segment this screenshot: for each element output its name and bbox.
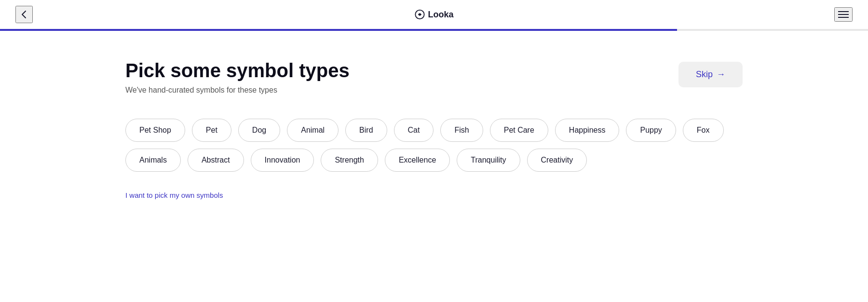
symbol-tag-fox[interactable]: Fox [683,119,724,142]
menu-button[interactable] [834,7,853,22]
symbol-tag-animals[interactable]: Animals [125,149,181,172]
symbol-tag-innovation[interactable]: Innovation [251,149,314,172]
main-content: Pick some symbol types We've hand-curate… [0,31,868,219]
symbol-tag-strength[interactable]: Strength [321,149,378,172]
own-symbols-link[interactable]: I want to pick my own symbols [125,191,223,199]
skip-arrow-icon: → [717,69,725,80]
logo: Looka [414,9,453,20]
header: Looka [0,0,868,29]
symbol-tag-pet-care[interactable]: Pet Care [490,119,548,142]
logo-text: Looka [428,10,453,20]
symbol-tag-animal[interactable]: Animal [287,119,339,142]
symbol-tag-bird[interactable]: Bird [345,119,387,142]
symbol-tag-creativity[interactable]: Creativity [527,149,587,172]
symbol-tag-fish[interactable]: Fish [440,119,483,142]
logo-icon [414,9,425,20]
symbol-tag-puppy[interactable]: Puppy [626,119,676,142]
symbol-tag-cat[interactable]: Cat [394,119,434,142]
symbol-tag-dog[interactable]: Dog [238,119,280,142]
skip-label: Skip [696,69,713,80]
page-title: Pick some symbol types [125,60,350,81]
page-header-row: Pick some symbol types We've hand-curate… [125,60,743,95]
menu-line-2 [838,14,849,15]
symbol-tag-tranquility[interactable]: Tranquility [457,149,520,172]
page-header-text: Pick some symbol types We've hand-curate… [125,60,350,95]
symbol-tag-excellence[interactable]: Excellence [385,149,450,172]
back-button[interactable] [15,6,33,23]
symbols-grid: Pet ShopPetDogAnimalBirdCatFishPet CareH… [125,119,743,172]
menu-line-1 [838,11,849,12]
page-subtitle: We've hand-curated symbols for these typ… [125,86,350,95]
symbol-tag-pet-shop[interactable]: Pet Shop [125,119,185,142]
skip-button[interactable]: Skip → [678,62,743,87]
symbol-tag-pet[interactable]: Pet [192,119,231,142]
menu-line-3 [838,17,849,18]
symbol-tag-happiness[interactable]: Happiness [555,119,620,142]
symbol-tag-abstract[interactable]: Abstract [188,149,244,172]
